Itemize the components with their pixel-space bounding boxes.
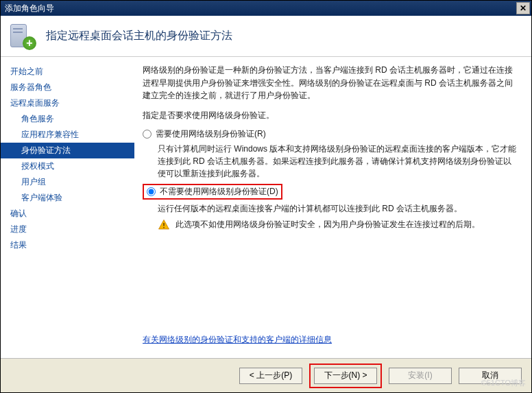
- option-require-nla-row: 需要使用网络级别身份验证(R): [143, 128, 518, 140]
- option-no-nla-row: 不需要使用网络级别身份验证(D): [143, 184, 518, 200]
- sidebar-item-remote-desktop-services[interactable]: 远程桌面服务: [1, 95, 134, 111]
- wizard-body: 开始之前 服务器角色 远程桌面服务 角色服务 应用程序兼容性 身份验证方法 授权…: [1, 57, 531, 358]
- option-require-nla-label[interactable]: 需要使用网络级别身份验证(R): [156, 128, 266, 140]
- sidebar-item-confirmation[interactable]: 确认: [1, 206, 134, 222]
- titlebar: 添加角色向导 ✕: [1, 1, 531, 16]
- plus-icon: +: [23, 36, 36, 50]
- sidebar-item-before-you-begin[interactable]: 开始之前: [1, 64, 134, 80]
- sidebar-item-licensing-mode[interactable]: 授权模式: [1, 158, 134, 174]
- next-button[interactable]: 下一步(N) >: [314, 368, 377, 384]
- close-icon: ✕: [520, 3, 527, 13]
- page-title: 指定远程桌面会话主机的身份验证方法: [46, 29, 232, 43]
- prompt-text: 指定是否要求使用网络级身份验证。: [143, 109, 518, 122]
- option-no-nla-desc: 运行任何版本的远程桌面连接客户端的计算机都可以连接到此 RD 会话主机服务器。: [143, 202, 518, 215]
- option-require-nla-desc: 只有计算机同时运行 Windows 版本和支持网络级别身份验证的远程桌面连接的客…: [143, 143, 518, 180]
- sidebar-item-client-experience[interactable]: 客户端体验: [1, 190, 134, 206]
- sidebar-item-progress[interactable]: 进度: [1, 222, 134, 237]
- option-require-nla-radio[interactable]: [143, 130, 152, 139]
- more-info-row: 有关网络级别的身份验证和支持的客户端的详细信息: [143, 334, 332, 346]
- sidebar-item-server-roles[interactable]: 服务器角色: [1, 80, 134, 95]
- wizard-content: 网络级别的身份验证是一种新的身份验证方法，当客户端连接到 RD 会话主机服务器时…: [134, 57, 531, 358]
- wizard-window: 添加角色向导 ✕ + 指定远程桌面会话主机的身份验证方法 开始之前 服务器角色 …: [0, 0, 532, 393]
- install-button: 安装(I): [389, 368, 452, 384]
- wizard-header: + 指定远程桌面会话主机的身份验证方法: [1, 16, 531, 57]
- sidebar-item-auth-method[interactable]: 身份验证方法: [1, 143, 134, 158]
- more-info-link[interactable]: 有关网络级别的身份验证和支持的客户端的详细信息: [143, 335, 332, 344]
- prev-button[interactable]: < 上一步(P): [239, 368, 302, 384]
- warning-icon: [158, 219, 170, 231]
- sidebar-item-user-groups[interactable]: 用户组: [1, 174, 134, 190]
- window-title: 添加角色向导: [5, 3, 54, 14]
- svg-rect-0: [163, 223, 165, 226]
- wizard-header-icon: +: [9, 23, 36, 50]
- wizard-sidebar: 开始之前 服务器角色 远程桌面服务 角色服务 应用程序兼容性 身份验证方法 授权…: [1, 57, 134, 358]
- option-no-nla-radio[interactable]: [147, 187, 156, 196]
- sidebar-item-results[interactable]: 结果: [1, 237, 134, 253]
- svg-rect-1: [163, 227, 165, 228]
- option-no-nla-label[interactable]: 不需要使用网络级别身份验证(D): [160, 186, 278, 198]
- warning-row: 此选项不如使用网络级身份验证时安全，因为用户身份验证发生在连接过程的后期。: [143, 219, 518, 231]
- wizard-footer: < 上一步(P) 下一步(N) > 安装(I) 取消: [1, 358, 531, 392]
- cancel-button[interactable]: 取消: [459, 368, 522, 384]
- sidebar-item-app-compat[interactable]: 应用程序兼容性: [1, 127, 134, 143]
- intro-text: 网络级别的身份验证是一种新的身份验证方法，当客户端连接到 RD 会话主机服务器时…: [143, 64, 518, 102]
- option-no-nla-highlight: 不需要使用网络级别身份验证(D): [143, 184, 282, 200]
- close-button[interactable]: ✕: [516, 2, 530, 14]
- warning-text: 此选项不如使用网络级身份验证时安全，因为用户身份验证发生在连接过程的后期。: [176, 219, 480, 230]
- sidebar-item-role-services[interactable]: 角色服务: [1, 111, 134, 127]
- next-button-highlight: 下一步(N) >: [309, 364, 382, 388]
